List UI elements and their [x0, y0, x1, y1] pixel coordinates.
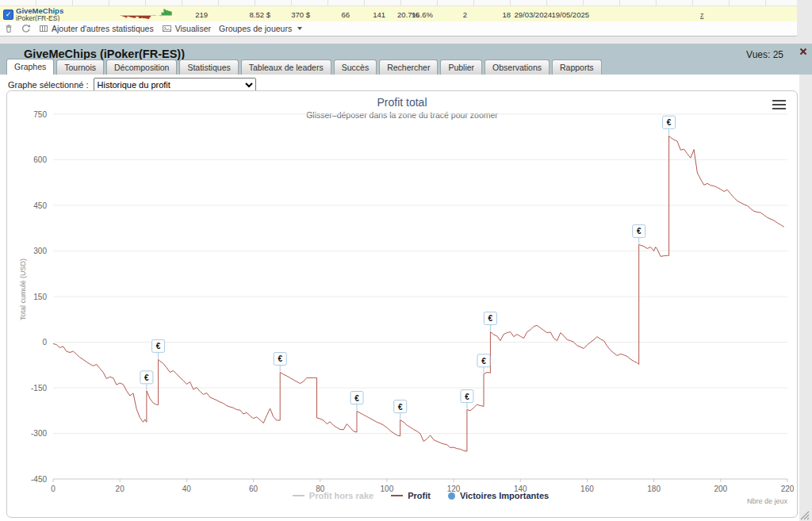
tab-decomposition[interactable]: Décomposition: [106, 59, 177, 75]
tab-rapports[interactable]: Rapports: [552, 59, 602, 75]
svg-text:600: 600: [33, 155, 47, 164]
svg-text:300: 300: [33, 247, 47, 255]
tab-strip: GraphesTournoisDécompositionStatistiques…: [6, 60, 602, 75]
svg-text:€: €: [354, 394, 359, 403]
svg-text:€: €: [398, 403, 403, 412]
row-stat: 141: [373, 10, 385, 19]
win-marker[interactable]: €: [394, 400, 407, 419]
legend-label: Profit: [408, 491, 431, 500]
visualize-label: Visualiser: [175, 24, 211, 33]
svg-text:€: €: [465, 393, 469, 401]
legend-line-icon: [391, 495, 403, 496]
row-stat: 16.6%: [412, 10, 433, 19]
row-stat: 8.52 $: [250, 10, 270, 19]
visualize-button[interactable]: Visualiser: [162, 24, 211, 33]
tab-statistiques[interactable]: Statistiques: [179, 59, 238, 75]
row-checkbox[interactable]: ✓: [3, 10, 13, 20]
svg-text:€: €: [488, 314, 493, 323]
tab-publier[interactable]: Publier: [440, 59, 482, 75]
content-area: Graphe sélectionné : Historique du profi…: [0, 75, 799, 521]
row-link-z[interactable]: z: [700, 11, 704, 19]
legend-line-icon: [293, 495, 304, 496]
win-marker[interactable]: €: [477, 354, 490, 374]
tab-tableaux-de-leaders[interactable]: Tableaux de leaders: [241, 59, 331, 75]
tab-graphes[interactable]: Graphes: [6, 59, 54, 75]
legend-item-victoires-importantes[interactable]: Victoires Importantes: [448, 491, 549, 500]
svg-text:-150: -150: [31, 384, 47, 393]
add-statistics-button[interactable]: Ajouter d'autres statistiques: [39, 24, 154, 33]
win-marker[interactable]: €: [274, 352, 286, 371]
resize-handle-icon[interactable]: [799, 509, 810, 520]
tab-tournois[interactable]: Tournois: [56, 59, 104, 75]
row-stat: 219: [195, 10, 208, 19]
win-marker[interactable]: €: [350, 392, 363, 411]
svg-text:-300: -300: [31, 429, 47, 438]
row-stat: 66: [341, 10, 350, 19]
views-count: Vues: 25: [746, 49, 783, 60]
win-marker[interactable]: €: [633, 224, 645, 243]
add-statistics-label: Ajouter d'autres statistiques: [52, 24, 154, 33]
legend-label: Profit hors rake: [309, 491, 373, 500]
chart-legend: Profit hors rakeProfitVictoires Importan…: [53, 491, 788, 500]
profit-chart[interactable]: -450-300-1500150300450600750020406080100…: [7, 91, 797, 517]
chevron-down-icon: [297, 27, 302, 30]
svg-text:€: €: [637, 227, 642, 236]
legend-dot-icon: [448, 492, 455, 500]
tab-rechercher[interactable]: Rechercher: [379, 59, 438, 75]
table-row[interactable]: ✓ GiveMeChips iPoker(FR-ES) 2198.52 $370…: [0, 6, 797, 22]
page: { "results_row": { "player": "GiveMeChip…: [0, 0, 812, 521]
svg-text:€: €: [278, 354, 282, 363]
svg-text:€: €: [144, 374, 149, 382]
chart-card: Profit total Glisser–déposer dans la zon…: [6, 90, 798, 518]
trash-icon: [4, 24, 13, 33]
player-groups-label: Groupes de joueurs: [219, 24, 292, 33]
win-marker[interactable]: €: [484, 312, 496, 331]
x-axis-title: Nbre de jeux: [747, 497, 787, 505]
player-network: iPoker(FR-ES): [16, 15, 63, 22]
table-header-partial: [0, 0, 797, 6]
row-stat: 370 $: [291, 10, 310, 19]
svg-text:150: 150: [33, 293, 47, 301]
toolbar: Ajouter d'autres statistiques Visualiser…: [0, 21, 797, 36]
win-marker[interactable]: €: [461, 390, 473, 409]
delete-button[interactable]: [4, 24, 13, 33]
win-marker[interactable]: €: [663, 116, 676, 135]
svg-text:0: 0: [42, 338, 47, 347]
player-groups-button[interactable]: Groupes de joueurs: [219, 24, 302, 33]
close-icon[interactable]: [799, 48, 807, 56]
row-stat: 2: [463, 10, 467, 19]
graph-selector-label: Graphe sélectionné :: [8, 80, 89, 90]
svg-text:€: €: [156, 342, 161, 351]
legend-item-profit-hors-rake[interactable]: Profit hors rake: [293, 491, 373, 500]
svg-text:750: 750: [33, 110, 47, 119]
tab-observations[interactable]: Observations: [485, 59, 550, 75]
svg-text:€: €: [667, 118, 672, 127]
legend-item-profit[interactable]: Profit: [391, 491, 431, 500]
row-stat: 29/03/2024: [514, 10, 552, 19]
svg-text:€: €: [481, 357, 486, 366]
svg-text:450: 450: [33, 201, 47, 210]
legend-label: Victoires Importantes: [460, 491, 549, 500]
results-table: ✓ GiveMeChips iPoker(FR-ES) 2198.52 $370…: [0, 0, 797, 36]
refresh-icon: [21, 24, 31, 33]
add-columns-icon: [39, 24, 48, 33]
win-marker[interactable]: €: [140, 371, 153, 390]
svg-text:-450: -450: [31, 475, 47, 484]
profit-sparkline: [119, 8, 173, 20]
refresh-button[interactable]: [21, 24, 31, 33]
row-stat: 18: [502, 10, 511, 19]
win-marker[interactable]: €: [152, 339, 165, 358]
row-stat: 19/05/2025: [551, 10, 589, 19]
tab-succes[interactable]: Succès: [334, 59, 377, 75]
image-icon: [162, 24, 172, 33]
player-cell[interactable]: GiveMeChips iPoker(FR-ES): [16, 8, 63, 21]
